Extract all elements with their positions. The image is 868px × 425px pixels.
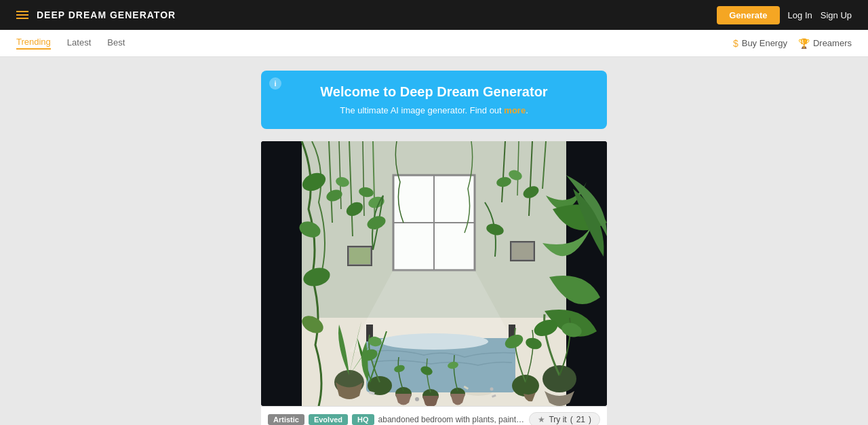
subnav-right: $ Buy Energy 🏆 Dreamers [733, 38, 852, 49]
tag-hq[interactable]: HQ [352, 414, 374, 425]
energy-icon: $ [733, 38, 738, 49]
image-description: abandoned bedroom with plants, paintings… [378, 415, 526, 424]
signup-button[interactable]: Sign Up [821, 10, 852, 20]
navbar-right: Generate Log In Sign Up [717, 6, 852, 24]
try-it-button[interactable]: ★ Try it (21) [529, 412, 600, 426]
hamburger-icon[interactable] [16, 11, 28, 19]
svg-point-64 [415, 397, 419, 401]
svg-rect-1 [261, 141, 302, 406]
buy-energy-link[interactable]: $ Buy Energy [733, 38, 787, 49]
image-footer: Artistic Evolved HQ abandoned bedroom wi… [261, 406, 607, 425]
svg-point-38 [380, 333, 488, 350]
dream-image-container [261, 141, 607, 406]
generate-button[interactable]: Generate [717, 6, 779, 24]
more-link[interactable]: more [504, 105, 526, 115]
tag-evolved[interactable]: Evolved [309, 414, 348, 425]
subnav-left: Trending Latest Best [16, 37, 125, 50]
navbar-left: DEEP DREAM GENERATOR [16, 10, 176, 20]
welcome-title: Welcome to Deep Dream Generator [277, 84, 591, 100]
dreamers-link[interactable]: 🏆 Dreamers [798, 38, 852, 49]
dreamers-icon: 🏆 [798, 38, 810, 49]
dream-image-svg [261, 141, 607, 406]
navbar: DEEP DREAM GENERATOR Generate Log In Sig… [0, 0, 868, 30]
svg-point-54 [542, 365, 576, 392]
welcome-banner: i Welcome to Deep Dream Generator The ul… [261, 71, 607, 129]
welcome-subtitle: The ultimate AI image generator. Find ou… [277, 105, 591, 115]
subtitle-end: . [526, 105, 528, 115]
subnav: Trending Latest Best $ Buy Energy 🏆 Drea… [0, 30, 868, 57]
star-icon: ★ [538, 415, 545, 424]
tab-latest[interactable]: Latest [67, 37, 91, 49]
main-content: i Welcome to Deep Dream Generator The ul… [0, 57, 868, 425]
try-it-count: 21 [576, 415, 585, 424]
dreamers-label: Dreamers [813, 38, 852, 48]
tag-artistic[interactable]: Artistic [268, 414, 304, 425]
buy-energy-label: Buy Energy [742, 38, 787, 48]
tab-trending[interactable]: Trending [16, 37, 51, 50]
info-icon: i [269, 77, 281, 90]
svg-point-65 [490, 388, 494, 391]
app-title: DEEP DREAM GENERATOR [37, 10, 176, 20]
svg-rect-60 [512, 243, 533, 259]
tab-best[interactable]: Best [107, 37, 125, 49]
try-it-label: Try it [549, 415, 566, 424]
subtitle-text: The ultimate AI image generator. Find ou… [340, 105, 504, 115]
svg-rect-58 [349, 248, 370, 264]
login-button[interactable]: Log In [788, 10, 812, 20]
